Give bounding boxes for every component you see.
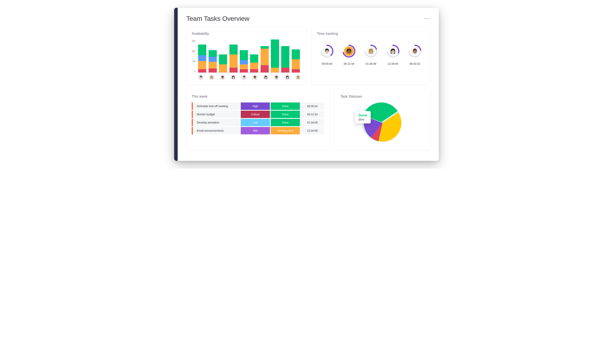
pie-tooltip: Done 35% (355, 111, 371, 123)
bar-segment-red (250, 69, 258, 73)
person-avatar[interactable]: 👩🏻 (263, 75, 268, 80)
time-tracking-item[interactable]: 👨🏻09:35:04 (317, 44, 337, 65)
task-row[interactable]: Develop animationLowDone01:34:09 (192, 119, 324, 126)
progress-arc: 👨🏻 (320, 44, 334, 58)
priority-badge[interactable]: Mid (241, 127, 270, 134)
time-tracking-item[interactable]: 👩🏻12:34:09 (383, 44, 403, 65)
tracked-time: 09:35:04 (317, 62, 337, 65)
status-badge[interactable]: Done (271, 119, 300, 126)
bar-segment-green (240, 50, 248, 60)
person-avatar[interactable]: 👩🏻 (231, 75, 236, 80)
person-avatar[interactable]: 👨🏻 (198, 75, 203, 80)
bar-column[interactable] (260, 46, 269, 73)
person-avatar: 👩🏻 (388, 46, 398, 56)
y-tick: 0 (192, 70, 195, 73)
task-name[interactable]: Schedule kick-off meeting (194, 103, 240, 110)
pie-tooltip-value: 35% (358, 118, 367, 121)
bar-segment-green (260, 46, 269, 49)
person-avatar[interactable]: 👨🏽 (274, 75, 279, 80)
tracked-time: 12:34:09 (383, 62, 403, 65)
row-marker (192, 119, 193, 126)
person-avatar[interactable]: 👩🏻 (285, 75, 290, 80)
person-avatar[interactable]: 👩🏼 (296, 75, 301, 80)
more-menu-icon[interactable]: ••• (424, 16, 430, 21)
bar-segment-green (219, 54, 227, 64)
bar-segment-blue (198, 55, 206, 61)
bar-segment-orange (230, 54, 238, 68)
priority-badge[interactable]: Critical (241, 111, 270, 118)
row-marker (192, 127, 193, 134)
bar-column[interactable] (198, 45, 206, 73)
tracked-time: 05:12:34 (339, 62, 359, 65)
page-title: Team Tasks Overview (186, 15, 249, 22)
status-badge[interactable]: Done (271, 111, 300, 118)
bar-segment-green (281, 46, 289, 68)
task-name[interactable]: Monitor budget (194, 111, 240, 118)
bar-column[interactable] (219, 54, 227, 73)
bar-segment-orange (260, 49, 269, 65)
task-name[interactable]: Develop animation (194, 119, 240, 126)
time-tracking-item[interactable]: 👨🏽06:43:32 (405, 44, 425, 65)
bar-segment-orange (271, 68, 279, 73)
priority-badge[interactable]: Low (241, 119, 270, 126)
bar-segment-red (240, 69, 248, 73)
status-badge[interactable]: Done (271, 103, 300, 110)
bar-column[interactable] (271, 39, 279, 73)
header: Team Tasks Overview ••• (186, 15, 430, 22)
status-badge[interactable]: Working on it (271, 127, 300, 134)
task-name[interactable]: Email announcements (194, 127, 240, 134)
person-avatar[interactable]: 👨🏽 (252, 75, 258, 80)
time-tracking-list: 👨🏻09:35:04🧑🏾05:12:34👩🏼01:34:09👩🏻12:34:09… (317, 44, 425, 65)
bar-segment-green (250, 54, 258, 63)
task-statuses-chart: Done 35% (357, 103, 408, 145)
bar-segment-blue (240, 60, 248, 64)
bar-segment-red (292, 69, 300, 73)
task-row[interactable]: Email announcementsMidWorking on it12:34… (192, 127, 324, 134)
person-avatar: 🧑🏾 (344, 46, 354, 56)
person-avatar[interactable]: 👩🏼 (209, 75, 214, 80)
bar-segment-green (230, 45, 238, 54)
bar-segment-orange (250, 63, 258, 69)
person-avatar[interactable]: 👨🏽 (220, 75, 225, 80)
progress-arc: 🧑🏾 (342, 44, 356, 58)
bar-segment-orange (240, 64, 248, 69)
availability-chart: 050100150 (192, 40, 301, 73)
progress-arc: 👩🏻 (386, 44, 400, 58)
availability-avatars: 👨🏻👩🏼👨🏽👩🏻👨🏻👨🏽👩🏻👨🏽👩🏻👩🏼 (192, 75, 301, 80)
availability-bars (197, 40, 301, 73)
person-avatar[interactable]: 👨🏻 (242, 75, 246, 80)
task-row[interactable]: Monitor budgetCriticalDone05:12:34 (192, 111, 324, 118)
bar-segment-red (281, 68, 289, 73)
person-avatar: 👨🏽 (410, 46, 420, 56)
time-tracking-item[interactable]: 👩🏼01:34:09 (361, 44, 381, 65)
time-tracking-item[interactable]: 🧑🏾05:12:34 (339, 44, 359, 65)
time-tracking-title: Time tracking (317, 32, 425, 36)
y-tick: 100 (192, 50, 195, 52)
bar-column[interactable] (281, 46, 289, 73)
left-side-strip (174, 8, 178, 161)
task-row[interactable]: Schedule kick-off meetingHighDone09:35:0… (192, 103, 324, 110)
bar-column[interactable] (250, 54, 258, 73)
bar-segment-green (292, 49, 300, 59)
priority-badge[interactable]: High (241, 103, 270, 110)
y-tick: 150 (192, 40, 195, 42)
bar-column[interactable] (230, 45, 238, 73)
task-time: 12:34:09 (301, 127, 324, 134)
bar-segment-red (260, 65, 269, 73)
y-tick: 50 (192, 60, 195, 62)
this-week-rows: Schedule kick-off meetingHighDone09:35:0… (192, 103, 324, 134)
task-time: 09:35:04 (301, 103, 324, 110)
bar-segment-orange (219, 64, 227, 73)
bar-segment-red (198, 69, 206, 73)
bar-segment-green (209, 50, 217, 57)
availability-card: Availiability 050100150 👨🏻👩🏼👨🏽👩🏻👨🏻👨🏽👩🏻👨🏽… (186, 27, 306, 84)
bar-segment-green (198, 45, 206, 55)
bar-segment-orange (209, 62, 217, 68)
bar-column[interactable] (209, 50, 217, 73)
task-time: 01:34:09 (301, 119, 324, 126)
availability-y-axis: 050100150 (192, 40, 197, 73)
availability-title: Availiability (192, 32, 301, 36)
bar-segment-orange (292, 59, 300, 69)
bar-column[interactable] (292, 49, 300, 73)
bar-column[interactable] (240, 50, 248, 73)
